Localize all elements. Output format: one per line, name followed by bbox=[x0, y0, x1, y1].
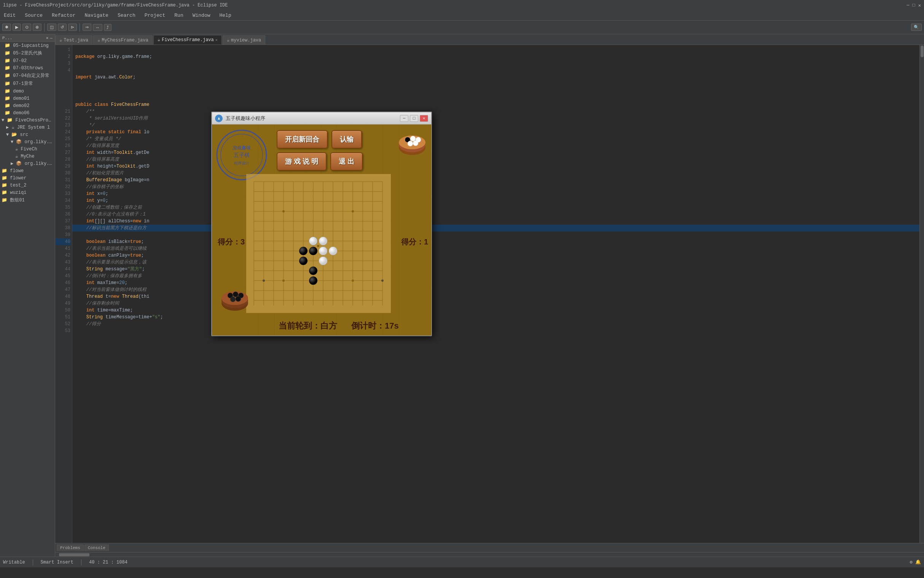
game-seal: 游戏趣味 五子棋 程序设计 bbox=[215, 128, 268, 182]
sidebar-item-3[interactable]: 📁 07-03throws bbox=[0, 64, 55, 71]
exit-btn[interactable]: 退 出 bbox=[330, 152, 362, 170]
sidebar-item-9[interactable]: 📁 demo06 bbox=[0, 109, 55, 117]
sidebar-item-5[interactable]: 📁 07-1异常 bbox=[0, 80, 55, 88]
toolbar-run[interactable]: ▶ bbox=[13, 24, 21, 31]
menu-source[interactable]: Source bbox=[23, 12, 45, 19]
minimize-btn[interactable]: ─ bbox=[906, 3, 909, 8]
status-position: 40 : 21 : 1084 bbox=[89, 560, 128, 565]
sidebar-item-8[interactable]: 📁 demo02 bbox=[0, 102, 55, 109]
tab-mychess[interactable]: ☕MyChessFrame.java bbox=[93, 36, 153, 45]
menu-project[interactable]: Project bbox=[142, 12, 168, 19]
tab-console[interactable]: Console bbox=[84, 544, 109, 551]
menu-run[interactable]: Run bbox=[172, 12, 185, 19]
menu-help[interactable]: Help bbox=[217, 12, 234, 19]
svg-point-66 bbox=[236, 296, 241, 302]
tabs: ☕Test.java ☕MyChessFrame.java ☕FiveChess… bbox=[55, 34, 924, 45]
svg-point-53 bbox=[309, 237, 317, 245]
svg-point-12 bbox=[413, 141, 418, 146]
sidebar-item-6[interactable]: 📁 demo bbox=[0, 88, 55, 95]
new-game-btn[interactable]: 开启新回合 bbox=[277, 130, 328, 148]
svg-point-51 bbox=[309, 276, 317, 285]
white-pieces-bowl bbox=[397, 127, 427, 157]
dialog-close[interactable]: ✕ bbox=[420, 115, 428, 122]
maximize-btn[interactable]: □ bbox=[913, 3, 915, 8]
svg-point-55 bbox=[329, 247, 337, 255]
toolbar-btn-7[interactable]: ⇒ bbox=[83, 24, 91, 31]
title-bar: lipse - FiveChessProject/src/org/liky/ga… bbox=[0, 0, 924, 11]
status-mode: Writable bbox=[3, 560, 25, 565]
toolbar-btn-1[interactable]: ✱ bbox=[2, 24, 11, 31]
game-status: 当前轮到：白方 倒计时：17s bbox=[246, 320, 431, 332]
toolbar-btn-5[interactable]: ↺ bbox=[58, 24, 66, 31]
status-sep-1 bbox=[33, 559, 33, 565]
svg-point-45 bbox=[317, 245, 319, 247]
sidebar-tree: 📁 05-1upcasting 📁 05-2里氏代换 📁 07-02 📁 07-… bbox=[0, 42, 55, 204]
toolbar-btn-4[interactable]: ◫ bbox=[47, 24, 56, 31]
dialog-icon: ♟ bbox=[215, 115, 223, 122]
svg-point-50 bbox=[309, 266, 317, 275]
bottom-scrollbar[interactable] bbox=[55, 552, 924, 557]
sidebar-item-4[interactable]: 📁 07-04自定义异常 bbox=[0, 71, 55, 80]
tab-fivechess[interactable]: ☕FiveChessFrame.java ✕ bbox=[154, 35, 222, 45]
sidebar: P... ✕ — 📁 05-1upcasting 📁 05-2里氏代换 📁 07… bbox=[0, 34, 55, 557]
menu-refactor[interactable]: Refactor bbox=[50, 12, 78, 19]
game-board: 游戏趣味 五子棋 程序设计 开启新回合 认输 游 戏 说 明 退 出 bbox=[212, 125, 431, 336]
menu-edit[interactable]: Edit bbox=[2, 12, 18, 19]
sidebar-item-jre[interactable]: ▶ ☕ JRE System l bbox=[0, 124, 55, 131]
sidebar-item-1[interactable]: 📁 05-2里氏代换 bbox=[0, 49, 55, 57]
sidebar-item-orgliky2[interactable]: ▶ 📦 org.liky.ga bbox=[0, 160, 55, 167]
close-btn[interactable]: ✕ bbox=[918, 3, 921, 8]
toolbar-btn-6[interactable]: ⊳ bbox=[68, 24, 77, 31]
toolbar-search[interactable]: 🔍 bbox=[911, 24, 922, 31]
tab-test[interactable]: ☕Test.java bbox=[55, 36, 92, 45]
sidebar-item-orgliky1[interactable]: ▼ 📦 org.liky.ga bbox=[0, 138, 55, 145]
sidebar-item-fivechess[interactable]: ▼ 📁 FiveChessProje bbox=[0, 117, 55, 124]
svg-point-43 bbox=[282, 279, 285, 282]
status-insert: Smart Insert bbox=[41, 560, 73, 565]
scrollbar[interactable] bbox=[919, 45, 924, 543]
dialog-maximize[interactable]: □ bbox=[410, 115, 418, 122]
sidebar-item-shuzhu[interactable]: 📁 数组01 bbox=[0, 196, 55, 204]
toolbar-btn-2[interactable]: ⊙ bbox=[23, 24, 31, 31]
dialog-titlebar: ♟ 五子棋趣味小程序 ─ □ ✕ bbox=[212, 112, 431, 125]
toolbar-btn-9[interactable]: ⤴ bbox=[104, 24, 112, 31]
sidebar-item-src[interactable]: ▼ 📂 src bbox=[0, 131, 55, 138]
menu-window[interactable]: Window bbox=[190, 12, 213, 19]
svg-point-52 bbox=[319, 237, 327, 245]
code-editor[interactable]: package org.liky.game.frame; import java… bbox=[72, 45, 919, 543]
dialog-minimize[interactable]: ─ bbox=[400, 115, 408, 122]
editor-area: ☕Test.java ☕MyChessFrame.java ☕FiveChess… bbox=[55, 34, 924, 557]
svg-point-9 bbox=[410, 136, 416, 141]
toolbar-btn-8[interactable]: ↔ bbox=[93, 24, 102, 31]
rules-btn[interactable]: 游 戏 说 明 bbox=[277, 152, 327, 170]
sidebar-item-flower[interactable]: 📁 flower bbox=[0, 174, 55, 182]
game-grid-container[interactable] bbox=[246, 174, 391, 313]
toolbar-btn-3[interactable]: ⊕ bbox=[33, 24, 42, 31]
game-turn: 当前轮到：白方 bbox=[278, 321, 337, 331]
sidebar-item-2[interactable]: 📁 07-02 bbox=[0, 57, 55, 64]
menu-search[interactable]: Search bbox=[115, 12, 138, 19]
svg-point-47 bbox=[299, 247, 307, 255]
sidebar-item-test2[interactable]: 📁 test_2 bbox=[0, 182, 55, 189]
svg-point-42 bbox=[352, 210, 354, 213]
sidebar-item-7[interactable]: 📁 demo01 bbox=[0, 95, 55, 102]
surrender-btn[interactable]: 认输 bbox=[332, 130, 362, 148]
sidebar-item-myche[interactable]: ☕ MyChe bbox=[0, 153, 55, 160]
bottom-tabs: Problems Console bbox=[55, 543, 924, 552]
tab-problems[interactable]: Problems bbox=[57, 544, 84, 551]
sidebar-min[interactable]: — bbox=[50, 36, 52, 41]
toolbar-sep-2 bbox=[79, 23, 80, 32]
svg-point-41 bbox=[282, 210, 285, 213]
sidebar-item-fivech[interactable]: ☕ FiveCh bbox=[0, 145, 55, 153]
tab-myview[interactable]: ☕myview.java bbox=[223, 36, 265, 45]
sidebar-item-wuziqi[interactable]: 📁 wuziqi bbox=[0, 189, 55, 196]
menu-navigate[interactable]: Navigate bbox=[82, 12, 110, 19]
sidebar-header: P... ✕ — bbox=[0, 34, 55, 42]
sidebar-item-flowe[interactable]: 📁 flowe bbox=[0, 167, 55, 174]
sidebar-close[interactable]: ✕ bbox=[46, 36, 49, 41]
svg-rect-13 bbox=[246, 174, 391, 313]
sidebar-item-0[interactable]: 📁 05-1upcasting bbox=[0, 42, 55, 49]
dialog-window[interactable]: ♟ 五子棋趣味小程序 ─ □ ✕ bbox=[211, 112, 432, 336]
toolbar-sep-1 bbox=[44, 23, 45, 32]
tab-close-fivechess[interactable]: ✕ bbox=[215, 38, 218, 42]
